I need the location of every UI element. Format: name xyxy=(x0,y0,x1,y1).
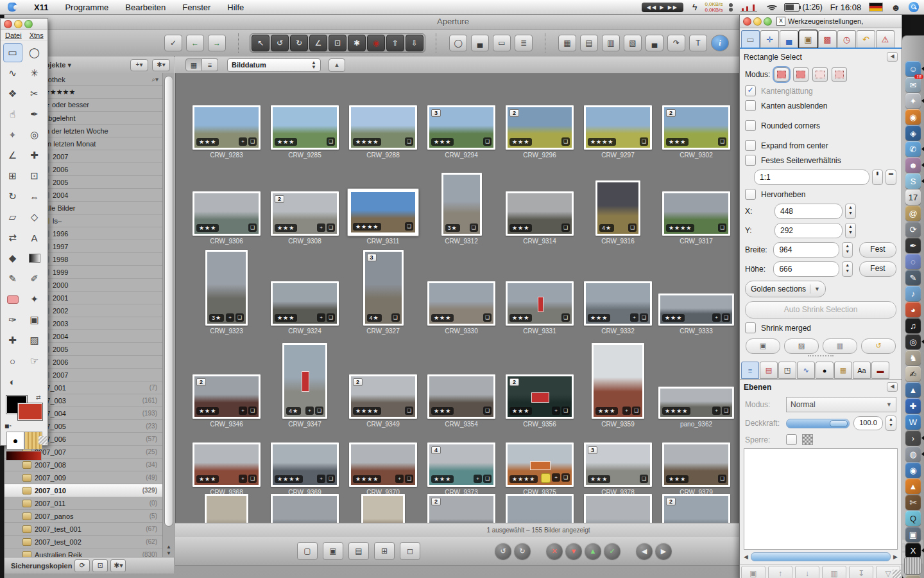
toolbox-titlebar[interactable] xyxy=(1,19,47,30)
tab-tool-options[interactable]: ▭ xyxy=(741,30,760,48)
photo-thumbnail[interactable]: ★★★❏ xyxy=(271,105,339,150)
layers-collapse-button[interactable]: ◀ xyxy=(887,382,898,392)
tab-channels[interactable]: ▤ xyxy=(760,362,778,379)
expand-row[interactable]: Expand from center xyxy=(745,140,896,151)
zoom-button[interactable] xyxy=(764,17,772,26)
dock-item-music-app[interactable]: ♫ xyxy=(905,318,921,333)
width-spinner[interactable]: ▲▼ xyxy=(842,242,853,258)
tab-device-status[interactable]: ✛ xyxy=(760,30,779,48)
height-input[interactable]: 666 xyxy=(773,261,839,277)
reject-button[interactable]: ✕ xyxy=(546,543,563,559)
viewer-split-button[interactable]: ▥ xyxy=(602,35,620,51)
photo-thumbnail[interactable]: ★★★❏ xyxy=(506,191,574,236)
photo-thumbnail[interactable]: 3★❏ xyxy=(441,173,482,236)
dock-item-toast[interactable]: ◌ xyxy=(905,254,921,269)
x-spinner[interactable]: ▲▼ xyxy=(845,204,856,219)
display-button[interactable]: ▢ xyxy=(297,542,318,560)
tab-error-console[interactable]: ⚠ xyxy=(876,30,894,48)
collapse-button[interactable]: ◀ xyxy=(887,52,898,62)
prev-button[interactable]: ◀ xyxy=(636,543,653,559)
select-tool[interactable]: ↖ xyxy=(252,35,270,51)
close-button[interactable] xyxy=(4,20,12,28)
photo-thumbnail[interactable] xyxy=(205,494,248,523)
sidebar-scrollbar[interactable]: ▲ ▼ xyxy=(162,73,175,557)
photo-thumbnail[interactable] xyxy=(584,494,652,523)
ink-tool[interactable]: ✑ xyxy=(3,310,22,329)
dock-item-pen-app[interactable]: ✎ xyxy=(905,270,921,285)
anchor-layer-button[interactable]: ↧ xyxy=(849,566,873,578)
grid-view-toggle[interactable]: ▦ xyxy=(185,58,202,71)
dock-drag-handle[interactable] xyxy=(808,355,834,360)
mode-intersect-button[interactable] xyxy=(832,67,847,82)
photo-thumbnail[interactable]: ★★★★2❏ xyxy=(349,374,417,419)
delete-options-button[interactable]: ▥ xyxy=(823,338,857,354)
photo-thumbnail[interactable]: ★★★2+❏ xyxy=(506,374,574,419)
mode-add-button[interactable] xyxy=(793,67,809,82)
move-tool[interactable]: ✚ xyxy=(25,146,44,165)
smudge-tool[interactable]: ☞ xyxy=(25,351,44,371)
menu-x11[interactable]: X11 xyxy=(26,3,56,12)
grid-view-button[interactable]: ▦ xyxy=(558,35,576,51)
photo-thumbnail[interactable]: ★★★★+❏ xyxy=(506,442,574,487)
photo-thumbnail[interactable]: ★★★+❏ xyxy=(193,442,261,487)
sync-menu-icon[interactable]: ϟ xyxy=(692,2,697,12)
search-icon[interactable]: ⌕▾ xyxy=(151,76,162,83)
project-row[interactable]: 2007_009(49) xyxy=(4,471,162,484)
select-by-color-tool[interactable]: ❖ xyxy=(3,84,22,103)
bucket-fill-tool[interactable]: ◆ xyxy=(3,249,22,268)
project-row[interactable]: 2007_panos(5) xyxy=(4,510,162,523)
photo-thumbnail[interactable]: ★★★★+❏ xyxy=(349,442,417,487)
hscroll-right-arrow[interactable]: ▶ xyxy=(893,554,898,560)
close-button[interactable] xyxy=(743,17,751,26)
photo-thumbnail[interactable]: 4★+❏ xyxy=(282,343,327,419)
rounded-checkbox[interactable] xyxy=(745,120,756,131)
scissors-select-tool[interactable]: ✂ xyxy=(25,84,44,103)
color-picker-tool[interactable]: ⌖ xyxy=(3,125,22,144)
tab-undo-history[interactable]: ◷ xyxy=(837,30,856,48)
dock-item-chart-app[interactable]: ◕ xyxy=(905,302,921,317)
photo-thumbnail[interactable]: ★★★❏ xyxy=(506,281,574,326)
menu-fenster[interactable]: Fenster xyxy=(174,3,219,12)
rotate-tool[interactable]: ↻ xyxy=(3,187,22,206)
histogram-button[interactable]: ▄ xyxy=(646,35,663,51)
mode-replace-button[interactable] xyxy=(774,67,789,82)
zoom-tool[interactable]: ◎ xyxy=(25,125,44,144)
photo-thumbnail[interactable] xyxy=(361,494,405,523)
minimize-button[interactable] xyxy=(14,20,22,28)
project-gear-button[interactable]: ✱▾ xyxy=(152,59,170,71)
y-spinner[interactable]: ▲▼ xyxy=(845,223,856,238)
align-tool[interactable]: ⊞ xyxy=(3,166,22,186)
rotate-cw-button[interactable]: ↻ xyxy=(514,543,531,559)
toolbox-resize-grip[interactable] xyxy=(38,436,47,444)
ellipse-select-tool[interactable]: ◯ xyxy=(25,43,44,62)
scale-tool[interactable]: ⇔ xyxy=(25,187,44,206)
new-version-button[interactable]: ✓ xyxy=(164,35,182,51)
photo-thumbnail[interactable]: 2 xyxy=(427,494,495,523)
x-input[interactable]: 448 xyxy=(774,204,843,219)
tab-layers[interactable]: ≡ xyxy=(741,362,759,379)
project-row[interactable]: Australien Reik(830) xyxy=(4,548,162,557)
height-spinner[interactable]: ▲▼ xyxy=(842,261,853,277)
crop-tool[interactable]: ⊡ xyxy=(25,166,44,186)
lock-alpha-icon[interactable] xyxy=(802,434,813,445)
dock-item-x11[interactable]: X xyxy=(905,543,921,558)
spotlight-icon[interactable] xyxy=(909,2,919,12)
mode-subtract-button[interactable] xyxy=(812,67,828,82)
dock-item-photo-booth[interactable]: ☻ xyxy=(905,157,921,173)
apple-menu-icon[interactable] xyxy=(8,3,17,12)
zoom-button[interactable] xyxy=(24,20,33,28)
photo-thumbnail[interactable]: ★★★★❏ xyxy=(662,191,730,236)
rate-up-button[interactable]: ▲ xyxy=(585,543,601,559)
fast-user-switch-icon[interactable]: ☻ xyxy=(891,2,901,13)
feather-row[interactable]: Kanten ausblenden xyxy=(745,100,896,111)
dock-item-safari[interactable]: ✦ xyxy=(905,93,921,109)
keyboard-layout-flag[interactable] xyxy=(869,3,883,12)
fuzzy-select-tool[interactable]: ✳ xyxy=(25,64,44,83)
photo-thumbnail[interactable]: 2 xyxy=(662,494,730,523)
tab-indexed[interactable]: ◳ xyxy=(778,362,796,379)
guides-combo[interactable]: Golden sections ▼ xyxy=(745,281,826,297)
dock-item-camera-app[interactable]: ▣ xyxy=(905,527,921,542)
photo-thumbnail[interactable]: ★★★+❏ xyxy=(592,343,644,419)
text-tool[interactable]: A xyxy=(25,228,44,247)
minimize-button[interactable] xyxy=(753,17,762,26)
